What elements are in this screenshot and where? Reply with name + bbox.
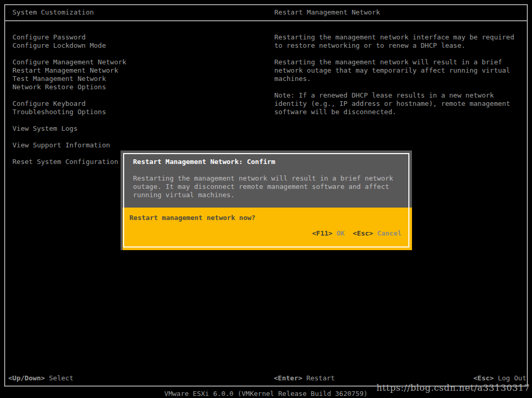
menu-item-configure-management-network[interactable]: Configure Management Network: [12, 58, 126, 66]
dialog-body: Restarting the management network will r…: [133, 174, 403, 199]
restart-label: Restart: [307, 374, 335, 382]
logout-label: Log Out: [498, 374, 526, 382]
menu-item-network-restore-options[interactable]: Network Restore Options: [12, 83, 126, 91]
updown-key-hint: <Up/Down>: [8, 374, 45, 382]
ok-action[interactable]: <F11> OK: [312, 229, 345, 237]
footer-hint-logout[interactable]: <Esc> Log Out: [473, 374, 526, 382]
footer-hint-restart[interactable]: <Enter> Restart: [274, 374, 335, 382]
esxi-dcui-screen: System Customization Restart Management …: [0, 0, 532, 398]
menu-item-view-system-logs[interactable]: View System Logs: [12, 125, 126, 133]
dialog-actions: <F11> OK <Esc> Cancel: [312, 229, 402, 238]
menu-spacer: [12, 133, 126, 141]
menu-item-troubleshooting-options[interactable]: Troubleshooting Options: [12, 108, 126, 116]
f11-key-hint: <F11>: [312, 229, 332, 237]
header-separator: [5, 20, 527, 21]
info-paragraph-dhcp: Restarting the management network interf…: [274, 33, 527, 50]
enter-key-hint: <Enter>: [274, 374, 302, 382]
confirm-dialog: Restart Management Network: Confirm Rest…: [121, 150, 412, 250]
ok-label: OK: [337, 229, 345, 237]
cancel-label: Cancel: [377, 229, 402, 237]
menu-item-test-management-network[interactable]: Test Management Network: [12, 75, 126, 83]
menu-item-restart-management-network[interactable]: Restart Management Network: [12, 66, 126, 75]
esc-key-hint: <Esc>: [353, 229, 373, 237]
page-title: System Customization: [12, 8, 94, 17]
info-paragraph-outage: Restarting the management network will r…: [274, 58, 527, 83]
menu-item-reset-system-configuration[interactable]: Reset System Configuration: [12, 158, 126, 166]
esc-logout-key-hint: <Esc>: [473, 374, 494, 382]
section-title: Restart Management Network: [274, 8, 380, 17]
menu-spacer: [12, 149, 126, 158]
footer-hint-select[interactable]: <Up/Down> Select: [8, 374, 73, 382]
menu-item-configure-keyboard[interactable]: Configure Keyboard: [12, 100, 126, 108]
system-customization-menu: Configure Password Configure Lockdown Mo…: [12, 33, 126, 166]
menu-spacer: [12, 116, 126, 125]
select-label: Select: [49, 374, 73, 382]
info-paragraph-note: Note: If a renewed DHCP lease results in…: [274, 91, 527, 116]
watermark: https://blog.csdn.net/a33130317: [377, 382, 530, 393]
menu-spacer: [12, 50, 126, 58]
dialog-title: Restart Management Network: Confirm: [133, 158, 275, 166]
menu-item-configure-lockdown-mode[interactable]: Configure Lockdown Mode: [12, 42, 126, 50]
dialog-question: Restart management network now?: [129, 214, 256, 222]
menu-spacer: [12, 91, 126, 100]
cancel-action[interactable]: <Esc> Cancel: [353, 229, 402, 237]
menu-item-view-support-information[interactable]: View Support Information: [12, 141, 126, 149]
menu-item-configure-password[interactable]: Configure Password: [12, 33, 126, 42]
info-panel: Restarting the management network interf…: [274, 33, 527, 125]
